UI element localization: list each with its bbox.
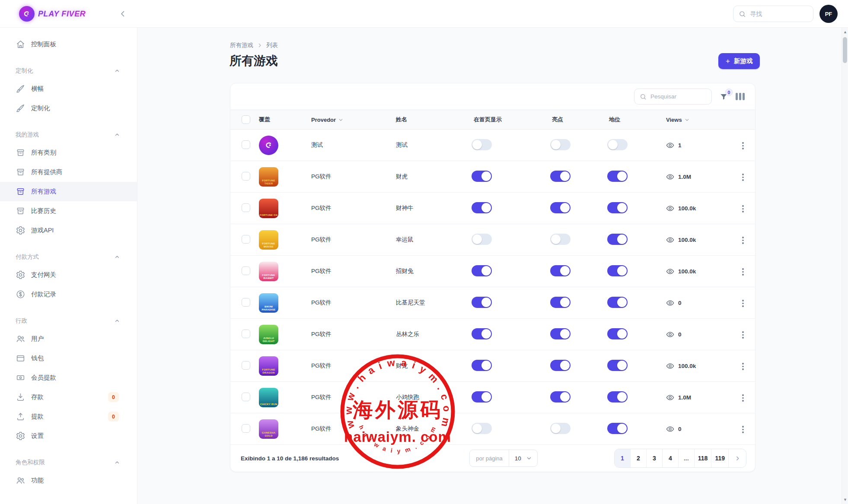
sidebar-item[interactable]: 所有类别: [0, 143, 137, 162]
status-toggle[interactable]: [607, 202, 628, 213]
home-display-toggle[interactable]: [472, 265, 492, 276]
status-toggle[interactable]: [607, 139, 628, 150]
sidebar-item[interactable]: 横幅: [0, 79, 137, 98]
row-checkbox[interactable]: [242, 361, 250, 370]
status-toggle[interactable]: [607, 297, 628, 308]
sidebar-section-title[interactable]: 角色和权限: [0, 459, 137, 466]
highlight-toggle[interactable]: [550, 234, 571, 245]
columns-icon[interactable]: [736, 93, 745, 100]
status-toggle[interactable]: [607, 423, 628, 434]
sidebar-collapse-icon[interactable]: [118, 9, 128, 19]
sidebar-item[interactable]: 设置: [0, 426, 137, 446]
home-display-toggle[interactable]: [472, 360, 492, 371]
table-search[interactable]: [634, 89, 712, 105]
row-checkbox[interactable]: [242, 235, 250, 244]
highlight-toggle[interactable]: [550, 171, 571, 182]
sidebar-item[interactable]: 控制面板: [0, 35, 137, 54]
home-display-toggle[interactable]: [472, 297, 492, 308]
sidebar-item[interactable]: 游戏API: [0, 221, 137, 240]
sidebar-item[interactable]: 功能: [0, 471, 137, 490]
select-all-checkbox[interactable]: [242, 115, 250, 124]
status-toggle[interactable]: [607, 391, 628, 403]
page-button[interactable]: 2: [631, 449, 647, 467]
row-checkbox[interactable]: [242, 330, 250, 338]
status-toggle[interactable]: [607, 328, 628, 339]
row-actions-menu[interactable]: [740, 329, 746, 341]
row-actions-menu[interactable]: [740, 392, 746, 404]
home-display-toggle[interactable]: [472, 391, 492, 403]
status-toggle[interactable]: [607, 234, 628, 245]
highlight-toggle[interactable]: [550, 360, 571, 371]
row-actions-menu[interactable]: [740, 360, 746, 373]
home-display-toggle[interactable]: [472, 171, 492, 182]
sidebar-item[interactable]: 存款0: [0, 387, 137, 407]
sidebar-item[interactable]: 提款0: [0, 407, 137, 426]
row-actions-menu[interactable]: [740, 234, 746, 247]
page-button[interactable]: 4: [663, 449, 679, 467]
per-page-value[interactable]: 10: [509, 450, 537, 466]
scrollbar-thumb[interactable]: [843, 37, 847, 63]
next-page-button[interactable]: [729, 449, 746, 467]
highlight-toggle[interactable]: [550, 202, 571, 213]
row-checkbox[interactable]: [242, 424, 250, 433]
row-actions-menu[interactable]: [740, 203, 746, 215]
sidebar-item-label: 所有类别: [31, 149, 56, 157]
page-button[interactable]: 119: [711, 449, 729, 467]
new-game-button[interactable]: + 新游戏: [718, 53, 760, 69]
highlight-toggle[interactable]: [550, 139, 571, 150]
sidebar-item[interactable]: 所有游戏: [0, 182, 137, 201]
home-display-toggle[interactable]: [472, 234, 492, 245]
status-toggle[interactable]: [607, 265, 628, 276]
page-button[interactable]: 118: [695, 449, 712, 467]
row-checkbox[interactable]: [242, 393, 250, 401]
breadcrumb-parent[interactable]: 所有游戏: [230, 41, 253, 49]
filter-icon[interactable]: 0: [720, 92, 728, 101]
sidebar-section-title[interactable]: 定制化: [0, 67, 137, 75]
row-checkbox[interactable]: [242, 298, 250, 307]
sidebar-item[interactable]: 会员提款: [0, 368, 137, 387]
home-display-toggle[interactable]: [472, 139, 492, 150]
row-checkbox[interactable]: [242, 266, 250, 275]
sidebar-item[interactable]: 定制化: [0, 98, 137, 118]
highlight-toggle[interactable]: [550, 297, 571, 308]
row-checkbox[interactable]: [242, 203, 250, 212]
global-search-input[interactable]: [750, 10, 802, 17]
scroll-up-icon[interactable]: ▲: [843, 30, 847, 34]
home-display-toggle[interactable]: [472, 202, 492, 213]
row-actions-menu[interactable]: [740, 423, 746, 436]
highlight-toggle[interactable]: [550, 328, 571, 339]
sidebar-section-title[interactable]: 行政: [0, 317, 137, 325]
sidebar-section-title[interactable]: 付款方式: [0, 253, 137, 261]
sidebar-item[interactable]: 比赛历史: [0, 201, 137, 221]
app-logo[interactable]: PLAY FIVER: [19, 6, 86, 22]
highlight-toggle[interactable]: [550, 265, 571, 276]
sidebar-item[interactable]: 付款记录: [0, 285, 137, 304]
row-actions-menu[interactable]: [740, 171, 746, 184]
header-views[interactable]: Views: [666, 117, 740, 123]
row-checkbox[interactable]: [242, 140, 250, 149]
highlight-toggle[interactable]: [550, 391, 571, 403]
per-page-select[interactable]: por página 10: [469, 450, 537, 467]
sidebar-item[interactable]: 用户: [0, 329, 137, 349]
table-search-input[interactable]: [650, 93, 702, 100]
home-display-toggle[interactable]: [472, 328, 492, 339]
sidebar-item[interactable]: 所有提供商: [0, 162, 137, 182]
scroll-down-icon[interactable]: ▼: [843, 498, 847, 501]
row-checkbox[interactable]: [242, 172, 250, 181]
row-actions-menu[interactable]: [740, 139, 746, 152]
global-search[interactable]: [733, 6, 813, 22]
sidebar-item[interactable]: 钱包: [0, 349, 137, 368]
page-button[interactable]: 3: [647, 449, 663, 467]
sidebar-item[interactable]: 支付网关: [0, 265, 137, 285]
home-display-toggle[interactable]: [472, 423, 492, 434]
avatar[interactable]: PF: [819, 5, 838, 23]
row-actions-menu[interactable]: [740, 266, 746, 278]
status-toggle[interactable]: [607, 171, 628, 182]
page-button[interactable]: 1: [615, 449, 631, 467]
row-actions-menu[interactable]: [740, 297, 746, 310]
sidebar-scrollbar[interactable]: ▲ ▼: [842, 28, 848, 504]
sidebar-section-title[interactable]: 我的游戏: [0, 131, 137, 139]
header-provider[interactable]: Provedor: [311, 117, 396, 123]
status-toggle[interactable]: [607, 360, 628, 371]
highlight-toggle[interactable]: [550, 423, 571, 434]
